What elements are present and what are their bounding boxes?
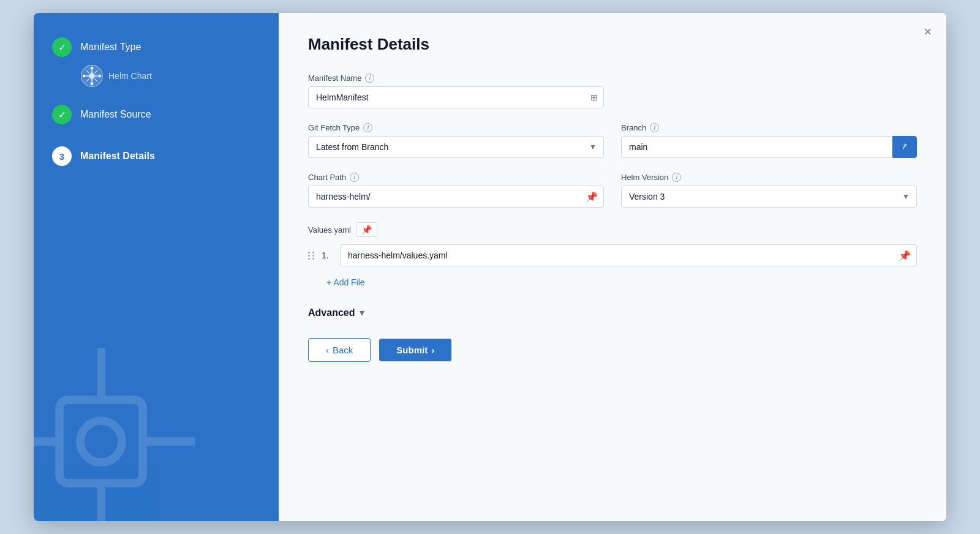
step-label-manifest-source: Manifest Source [80,109,151,120]
sidebar-step-manifest-source: ✓ Manifest Source [52,105,260,124]
pin-icon [900,143,909,151]
branch-group: Branch i [621,123,917,158]
helm-logo-icon [80,64,104,88]
helm-chart-label: Helm Chart [108,71,152,81]
step-label-manifest-type: Manifest Type [80,42,141,53]
chart-path-info-icon: i [350,173,359,182]
back-chevron-icon: ‹ [326,345,329,355]
helm-version-group: Helm Version i Version 3 Version 2 ▼ [621,173,917,208]
check-circle-source: ✓ [52,105,72,124]
branch-info-icon: i [650,123,659,132]
helm-version-info-icon: i [672,173,681,182]
back-button[interactable]: ‹ Back [308,338,371,362]
values-yaml-label-row: Values.yaml 📌 [308,222,917,237]
sidebar-step-manifest-details: 3 Manifest Details [52,146,260,166]
svg-point-2 [91,67,94,70]
chart-path-pin-button[interactable]: 📌 [584,190,599,204]
helm-badge: Helm Chart [80,64,152,88]
manifest-name-input[interactable] [308,86,604,108]
chart-path-input-wrap: 📌 [308,186,604,208]
chart-helm-row: Chart Path i 📌 Helm Version i Version 3 … [308,173,917,208]
git-fetch-select-wrap: Latest from Branch Specific Commit ID ▼ [308,136,604,158]
git-fetch-info-icon: i [363,123,372,132]
branch-input-wrap [621,136,917,158]
svg-point-1 [89,73,95,79]
modal: ✓ Manifest Type [34,13,946,521]
step-check-icon-source: ✓ [52,105,72,124]
close-button[interactable]: × [924,25,932,39]
branch-input[interactable] [621,136,892,158]
helm-version-label: Helm Version i [621,173,917,182]
submit-button[interactable]: Submit › [379,339,451,361]
manifest-name-input-wrap: ⊞ [308,86,604,108]
step-check-icon: ✓ [52,37,72,57]
values-yaml-item-pin-button[interactable]: 📌 [897,249,912,263]
advanced-chevron-icon: ▾ [360,307,364,318]
values-yaml-section: Values.yaml 📌 1. 📌 + Add File [308,222,917,292]
manifest-name-label: Manifest Name i [308,73,604,83]
values-yaml-input-wrap: 📌 [340,244,917,266]
branch-pin-button[interactable] [892,136,917,158]
chart-path-group: Chart Path i 📌 [308,173,604,208]
spacer-group [621,73,917,108]
check-circle: ✓ [52,37,72,57]
branch-label: Branch i [621,123,917,132]
helm-version-select[interactable]: Version 3 Version 2 [621,186,917,208]
chart-path-label: Chart Path i [308,173,604,182]
values-yaml-pin-button[interactable]: 📌 [356,222,377,237]
bg-decoration-icon [34,337,205,521]
step-number-icon: 3 [52,146,72,166]
manifest-name-row: Manifest Name i ⊞ [308,73,917,108]
svg-point-4 [83,75,86,78]
values-yaml-input[interactable] [340,244,917,266]
add-file-button[interactable]: + Add File [326,273,365,292]
page-title: Manifest Details [308,35,917,54]
manifest-name-grid-icon: ⊞ [590,92,598,102]
main-content: × Manifest Details Manifest Name i ⊞ Git… [279,13,946,521]
advanced-toggle-button[interactable]: Advanced ▾ [308,307,364,318]
svg-point-3 [91,82,94,85]
footer-buttons: ‹ Back Submit › [308,338,917,362]
helm-chart-substep: Helm Chart [80,64,260,88]
git-fetch-branch-row: Git Fetch Type i Latest from Branch Spec… [308,123,917,158]
sidebar: ✓ Manifest Type [34,13,279,521]
sidebar-step-manifest-type: ✓ Manifest Type [52,37,260,57]
chart-path-input[interactable] [308,186,604,208]
git-fetch-label: Git Fetch Type i [308,123,604,132]
values-item-number: 1. [322,250,334,260]
git-fetch-group: Git Fetch Type i Latest from Branch Spec… [308,123,604,158]
advanced-label: Advanced [308,307,355,318]
step-number-3: 3 [52,146,72,166]
svg-rect-6 [59,400,143,483]
step-label-manifest-details: Manifest Details [80,151,155,162]
drag-handle-icon [308,252,315,260]
manifest-name-info-icon: i [365,73,374,83]
manifest-name-group: Manifest Name i ⊞ [308,73,604,108]
svg-point-5 [98,75,101,78]
helm-version-select-wrap: Version 3 Version 2 ▼ [621,186,917,208]
svg-point-7 [80,421,122,462]
git-fetch-select[interactable]: Latest from Branch Specific Commit ID [308,136,604,158]
advanced-section: Advanced ▾ [308,307,917,318]
submit-chevron-icon: › [431,345,434,355]
values-yaml-item-1-row: 1. 📌 [308,244,917,266]
